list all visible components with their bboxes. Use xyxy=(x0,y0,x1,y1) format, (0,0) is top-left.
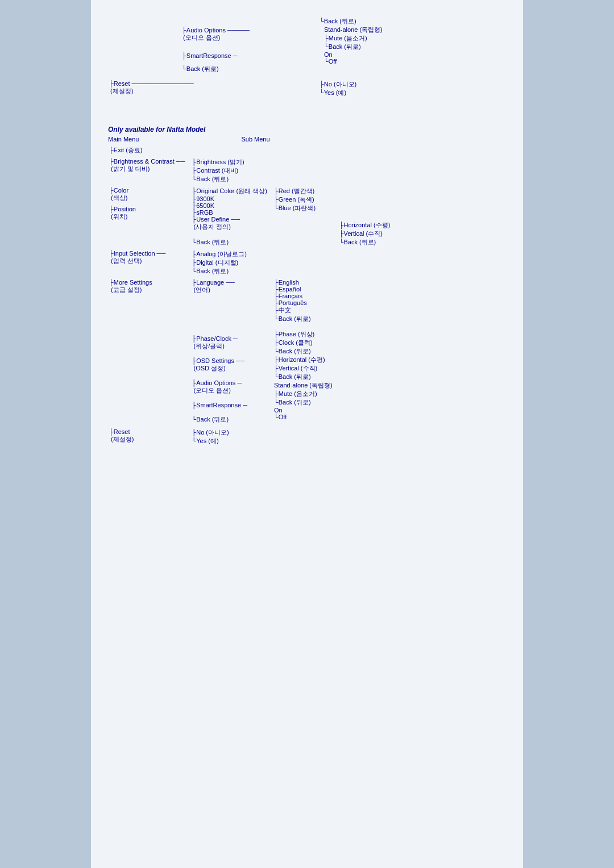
smart-on-top: On xyxy=(324,51,333,58)
exit-node: ├Exit (종료) xyxy=(109,147,143,153)
back-bc: └Back (뒤로) xyxy=(192,176,229,182)
brightness-node-ko: (밝기 및 대비) xyxy=(109,165,150,172)
phase-clock-node: ├Phase/Clock ─ xyxy=(192,335,237,342)
reset2-yes: └Yes (예) xyxy=(192,437,218,444)
srgb: ├sRGB xyxy=(192,209,213,216)
audio-options2-node: ├Audio Options ─ xyxy=(192,379,242,386)
original-color: ├Original Color (원래 색상) xyxy=(192,187,267,194)
user-red: ├Red (빨간색) xyxy=(274,187,314,194)
reset-top-ko: (제설정) xyxy=(109,87,133,94)
sub-menu-header: Sub Menu xyxy=(241,136,269,143)
reset-top: ├Reset ────────────── xyxy=(109,80,194,87)
nafta-label: Only available for Nafta Model xyxy=(108,126,506,133)
back-more-settings: └Back (뒤로) xyxy=(192,416,229,423)
audio-back-top: └Back (뒤로) xyxy=(324,43,361,50)
reset2-no: ├No (아니오) xyxy=(192,429,229,436)
back-input: └Back (뒤로) xyxy=(192,268,229,274)
color-node-ko: (색상) xyxy=(109,194,127,201)
back-pos: └Back (뒤로) xyxy=(339,239,376,245)
column-headers: Main Menu Sub Menu xyxy=(108,136,506,143)
back-color: └Back (뒤로) xyxy=(192,239,229,245)
horizontal-pos: ├Horizontal (수평) xyxy=(339,222,391,228)
portugues-opt: ├Português xyxy=(274,299,307,306)
francais-opt: ├Français xyxy=(274,293,302,299)
back-osd: └Back (뒤로) xyxy=(274,373,311,380)
phase-sub: ├Phase (위상) xyxy=(274,331,314,337)
audio-options-top: ├Audio Options ───── xyxy=(182,27,250,34)
osd-settings-node: ├OSD Settings ── xyxy=(192,357,244,364)
page-container: └Back (뒤로) ├Audio Options ───── (오디오 옵션)… xyxy=(91,0,523,868)
audio-mute-top: ├Mute (음소거) xyxy=(324,35,367,41)
phase-clock-node-ko: (위상/클럭) xyxy=(192,343,224,349)
smart-on2: On xyxy=(274,407,283,414)
smart-off2: └Off xyxy=(274,414,287,420)
color-node: ├Color xyxy=(109,187,128,194)
9300k: ├9300K xyxy=(192,195,214,202)
back-top: └Back (뒤로) xyxy=(182,65,219,72)
digital-input: ├Digital (디지털) xyxy=(192,259,238,266)
back-line-top: └Back (뒤로) xyxy=(320,18,356,24)
back-pc: └Back (뒤로) xyxy=(274,348,311,354)
user-define: ├User Define ── xyxy=(192,216,240,223)
vertical-pos: ├Vertical (수직) xyxy=(339,230,383,237)
reset2-node: ├Reset xyxy=(109,428,130,435)
smart-off-top: └Off xyxy=(324,58,337,65)
audio-standalone-top: Stand-alone (독립형) xyxy=(324,26,383,33)
osd-settings-node-ko: (OSD 설정) xyxy=(192,365,225,372)
nafta-section: Only available for Nafta Model Main Menu… xyxy=(108,126,506,445)
vertical-osd: ├Vertical (수직) xyxy=(274,365,317,372)
input-sel-node: ├Input Selection ── xyxy=(109,250,165,257)
language-node: ├Language ── xyxy=(192,279,234,286)
reset-yes-top: └Yes (예) xyxy=(320,89,346,96)
back-lang: └Back (뒤로) xyxy=(274,315,311,322)
brightness-node: ├Brightness & Contrast ── xyxy=(109,158,185,165)
analog-input: ├Analog (아날로그) xyxy=(192,251,246,257)
more-settings-node-ko: (고급 설정) xyxy=(109,286,142,293)
reset-no-top: ├No (아니오) xyxy=(320,81,356,87)
audio-options2-node-ko: (오디오 옵션) xyxy=(192,387,230,394)
main-menu-header: Main Menu xyxy=(108,136,139,143)
language-node-ko: (언어) xyxy=(192,286,210,293)
user-define-ko: (사용자 정의) xyxy=(192,223,230,230)
6500k: ├6500K xyxy=(192,202,214,209)
chinese-opt: ├中文 xyxy=(274,307,291,314)
clock-sub: ├Clock (클럭) xyxy=(274,339,313,346)
top-section: └Back (뒤로) ├Audio Options ───── (오디오 옵션)… xyxy=(108,17,506,97)
english-opt: ├English xyxy=(274,279,299,286)
back-audio2: └Back (뒤로) xyxy=(274,399,311,406)
more-settings-node: ├More Settings xyxy=(109,279,152,286)
bottom-tree-table: ├Exit (종료) ├Brightness & Contrast ── (밝기… xyxy=(108,146,391,445)
contrast-sub: ├Contrast (대비) xyxy=(192,167,238,174)
audio-options-top-ko: (오디오 옵션) xyxy=(182,34,220,41)
brightness-sub: ├Brightness (밝기) xyxy=(192,158,244,165)
espanol-opt: ├Español xyxy=(274,286,301,293)
mute2-sub: ├Mute (음소거) xyxy=(274,390,317,397)
smart-response2-node: ├SmartResponse ─ xyxy=(192,402,247,408)
position-node-ko: (위치) xyxy=(109,213,127,220)
input-sel-node-ko: (입력 선택) xyxy=(109,257,142,264)
smart-response-top: ├SmartResponse ─ xyxy=(182,52,238,59)
user-green: ├Green (녹색) xyxy=(274,196,314,203)
top-tree-table: └Back (뒤로) ├Audio Options ───── (오디오 옵션)… xyxy=(108,17,384,97)
user-blue: └Blue (파란색) xyxy=(274,205,316,211)
reset2-node-ko: (제설정) xyxy=(109,436,134,443)
horizontal-osd: ├Horizontal (수평) xyxy=(274,356,325,363)
position-node: ├Position xyxy=(109,206,136,212)
standalone2-sub: Stand-alone (독립형) xyxy=(274,382,333,389)
